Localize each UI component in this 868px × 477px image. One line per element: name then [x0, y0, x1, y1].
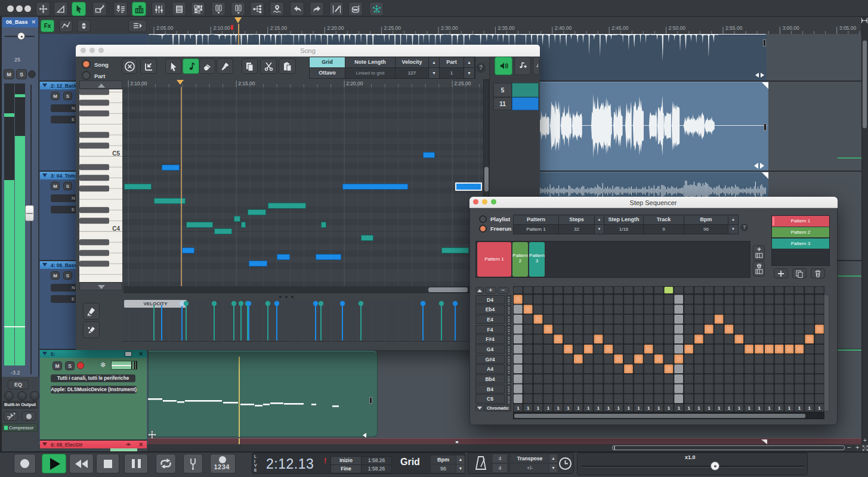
- svg-text:1: 1: [778, 405, 781, 411]
- svg-text:2:25.00: 2:25.00: [454, 80, 471, 86]
- svg-text:1: 1: [798, 405, 801, 411]
- svg-text:1: 1: [788, 405, 791, 411]
- svg-text:1: 1: [537, 405, 540, 411]
- svg-text:2:25.00: 2:25.00: [384, 25, 401, 31]
- svg-text:1: 1: [818, 405, 821, 411]
- svg-text:2:05.00: 2:05.00: [156, 25, 174, 31]
- svg-text:1: 1: [647, 405, 650, 411]
- svg-text:1: 1: [547, 405, 550, 411]
- svg-text:C5: C5: [112, 150, 120, 157]
- svg-text:2:35.00: 2:35.00: [498, 25, 515, 31]
- svg-text:2:45.00: 2:45.00: [611, 25, 629, 31]
- svg-text:2:15.00: 2:15.00: [238, 80, 255, 86]
- svg-text:1: 1: [687, 405, 690, 411]
- svg-text:3:00.00: 3:00.00: [782, 25, 799, 31]
- svg-text:1: 1: [607, 405, 610, 411]
- svg-text:1: 1: [708, 405, 711, 411]
- svg-text:2:55.00: 2:55.00: [725, 25, 743, 31]
- svg-text:C4: C4: [112, 225, 120, 232]
- svg-text:1: 1: [697, 405, 700, 411]
- svg-text:2:50.00: 2:50.00: [669, 25, 686, 31]
- svg-text:1: 1: [768, 405, 771, 411]
- svg-text:1: 1: [747, 405, 750, 411]
- svg-text:1: 1: [668, 405, 671, 411]
- svg-text:1: 1: [637, 405, 640, 411]
- svg-text:1: 1: [527, 405, 530, 411]
- svg-text:2:20.00: 2:20.00: [327, 25, 344, 31]
- svg-text:1: 1: [577, 405, 580, 411]
- svg-text:1: 1: [728, 405, 731, 411]
- svg-text:1: 1: [517, 405, 520, 411]
- svg-text:1: 1: [718, 405, 721, 411]
- svg-text:1: 1: [657, 405, 660, 411]
- svg-text:2:20.00: 2:20.00: [346, 80, 363, 86]
- svg-text:1: 1: [617, 405, 620, 411]
- svg-text:2:10.00: 2:10.00: [130, 80, 147, 86]
- svg-text:1: 1: [738, 405, 741, 411]
- svg-text:1: 1: [597, 405, 600, 411]
- svg-text:1: 1: [758, 405, 761, 411]
- svg-text:2:15.00: 2:15.00: [270, 25, 288, 31]
- svg-text:1: 1: [808, 405, 811, 411]
- svg-text:2:30.00: 2:30.00: [441, 25, 458, 31]
- svg-text:1: 1: [627, 405, 630, 411]
- svg-text:2:40.00: 2:40.00: [555, 25, 572, 31]
- svg-text:1: 1: [567, 405, 570, 411]
- svg-text:3:05.00: 3:05.00: [839, 25, 857, 31]
- svg-text:1: 1: [587, 405, 590, 411]
- svg-text:2:10.00: 2:10.00: [213, 25, 230, 31]
- svg-text:1: 1: [557, 405, 560, 411]
- svg-text:1: 1: [678, 405, 681, 411]
